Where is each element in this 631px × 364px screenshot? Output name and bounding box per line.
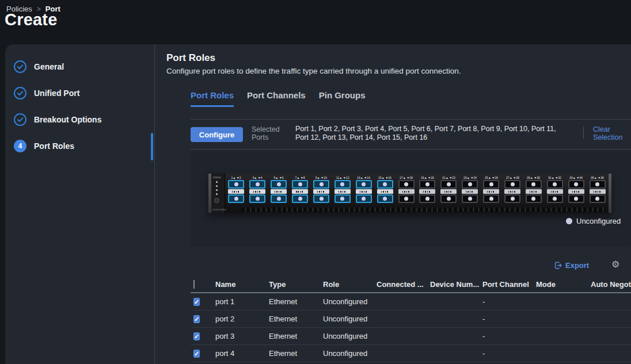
port-bottom[interactable]: [228, 194, 244, 203]
port-bottom[interactable]: [419, 194, 435, 203]
column-header-type[interactable]: Type: [266, 280, 320, 289]
row-checkbox[interactable]: ✓: [193, 298, 200, 306]
port-pair-label: 13▲ ▼14: [357, 176, 370, 180]
port-bottom[interactable]: [547, 194, 563, 203]
port-pair-5-6[interactable]: 5▲ ▼6: [269, 175, 289, 207]
cell-role: Unconfigured: [320, 332, 374, 340]
port-bottom[interactable]: [249, 194, 265, 203]
tab-pin-groups[interactable]: Pin Groups: [319, 90, 366, 107]
port-bottom[interactable]: [526, 194, 542, 203]
port-pair-7-8[interactable]: 7▲ ▼8: [290, 175, 310, 207]
wizard-step-breakout-options[interactable]: Breakout Options: [5, 106, 154, 133]
port-top[interactable]: [249, 180, 265, 189]
table-settings-gear-icon[interactable]: ⚙: [611, 259, 619, 270]
port-pair-29-30[interactable]: 29▲ ▼30: [523, 175, 543, 207]
port-pair-label: 31▲ ▼32: [548, 176, 561, 180]
wizard-step-port-roles[interactable]: 4Port Roles: [5, 133, 154, 159]
port-pair-17-18[interactable]: 17▲ ▼18: [396, 175, 416, 207]
port-pair-11-12[interactable]: 11▲ ▼12: [332, 175, 352, 207]
port-top[interactable]: [377, 180, 393, 189]
table-row-port-1[interactable]: ✓port 1EthernetUnconfigured-: [191, 293, 631, 311]
port-pair-27-28[interactable]: 27▲ ▼28: [503, 175, 523, 207]
port-pair-23-24[interactable]: 23▲ ▼24: [460, 175, 480, 207]
port-latch: [462, 189, 478, 194]
port-pair-15-16[interactable]: 15▲ ▼16: [375, 175, 395, 207]
port-pair-35-36[interactable]: 35▲ ▼36: [587, 175, 607, 207]
sidebar-scrollbar-thumb[interactable]: [151, 133, 153, 160]
page-title: Create: [5, 10, 57, 29]
clear-selection-link[interactable]: Clear Selection: [593, 125, 629, 141]
port-pair-25-26[interactable]: 25▲ ▼26: [481, 175, 501, 207]
port-bottom[interactable]: [483, 194, 499, 203]
port-top[interactable]: [228, 180, 244, 189]
port-top[interactable]: [462, 180, 478, 189]
port-bottom[interactable]: [292, 194, 308, 203]
port-bottom[interactable]: [271, 194, 287, 203]
port-bottom[interactable]: [313, 194, 329, 203]
column-header-mode[interactable]: Mode: [533, 280, 588, 289]
column-header-auto-negoti[interactable]: Auto Negoti...: [588, 280, 631, 289]
model-label: UCS-FI-6454: [212, 208, 226, 211]
port-top[interactable]: [440, 180, 457, 189]
port-pair-9-10[interactable]: 9▲ ▼10: [311, 175, 332, 207]
port-top[interactable]: [292, 180, 308, 189]
port-bottom[interactable]: [356, 194, 372, 203]
table-row-port-3[interactable]: ✓port 3EthernetUnconfigured-: [191, 328, 631, 345]
column-header-connected[interactable]: Connected ...: [374, 280, 427, 289]
column-header-port-channel[interactable]: Port Channel: [480, 280, 533, 289]
export-button[interactable]: Export: [554, 261, 589, 270]
port-bottom[interactable]: [334, 194, 351, 203]
port-pair-21-22[interactable]: 21▲ ▼22: [439, 175, 459, 207]
port-top[interactable]: [398, 180, 415, 189]
port-top[interactable]: [271, 180, 287, 189]
cell-port-channel: -: [480, 297, 533, 306]
wizard-step-general[interactable]: General: [5, 53, 154, 80]
cell-type: Ethernet: [266, 349, 320, 358]
port-top[interactable]: [356, 180, 372, 189]
column-header-role[interactable]: Role: [320, 280, 374, 289]
port-bottom[interactable]: [568, 194, 584, 203]
port-top[interactable]: [504, 180, 520, 189]
port-bottom[interactable]: [377, 194, 393, 203]
configure-button[interactable]: Configure: [191, 127, 243, 142]
row-checkbox[interactable]: ✓: [193, 332, 200, 340]
port-top[interactable]: [483, 180, 499, 189]
port-bottom[interactable]: [440, 194, 457, 203]
table-row-port-4[interactable]: ✓port 4EthernetUnconfigured-: [191, 345, 631, 362]
port-bottom[interactable]: [590, 194, 606, 203]
port-top[interactable]: [590, 180, 606, 189]
port-top[interactable]: [419, 180, 435, 189]
column-header-device-num[interactable]: Device Num...: [427, 280, 480, 289]
port-top[interactable]: [313, 180, 329, 189]
step-label: Unified Port: [34, 89, 79, 98]
port-pair-3-4[interactable]: 3▲ ▼4: [248, 175, 268, 207]
wizard-step-unified-port[interactable]: Unified Port: [5, 80, 154, 106]
port-top[interactable]: [334, 180, 351, 189]
tab-port-roles[interactable]: Port Roles: [191, 90, 234, 107]
port-latch: [313, 189, 329, 194]
port-pair-label: 9▲ ▼10: [316, 176, 327, 180]
port-pair-1-2[interactable]: 1▲ ▼2: [226, 175, 246, 207]
port-pair-19-20[interactable]: 19▲ ▼20: [417, 175, 438, 207]
table-row-port-2[interactable]: ✓port 2EthernetUnconfigured-: [191, 311, 631, 328]
select-all-checkbox[interactable]: [193, 280, 195, 289]
led-indicator: [216, 181, 218, 183]
tab-port-channels[interactable]: Port Channels: [247, 90, 306, 107]
port-top[interactable]: [547, 180, 563, 189]
port-pair-13-14[interactable]: 13▲ ▼14: [353, 175, 374, 207]
port-latch: [440, 189, 457, 194]
port-top[interactable]: [526, 180, 542, 189]
port-pair-33-34[interactable]: 33▲ ▼34: [566, 175, 586, 207]
row-checkbox[interactable]: ✓: [193, 315, 200, 323]
port-bottom[interactable]: [504, 194, 520, 203]
export-icon: [554, 262, 562, 269]
port-pair-31-32[interactable]: 31▲ ▼32: [545, 175, 565, 207]
cell-name: port 2: [212, 315, 266, 323]
port-bottom[interactable]: [462, 194, 478, 203]
port-latch: [483, 189, 499, 194]
port-bottom[interactable]: [398, 194, 415, 203]
port-top[interactable]: [568, 180, 584, 189]
unconfigured-legend-dot: [566, 218, 572, 224]
row-checkbox[interactable]: ✓: [193, 350, 200, 358]
column-header-name[interactable]: Name: [212, 280, 266, 289]
